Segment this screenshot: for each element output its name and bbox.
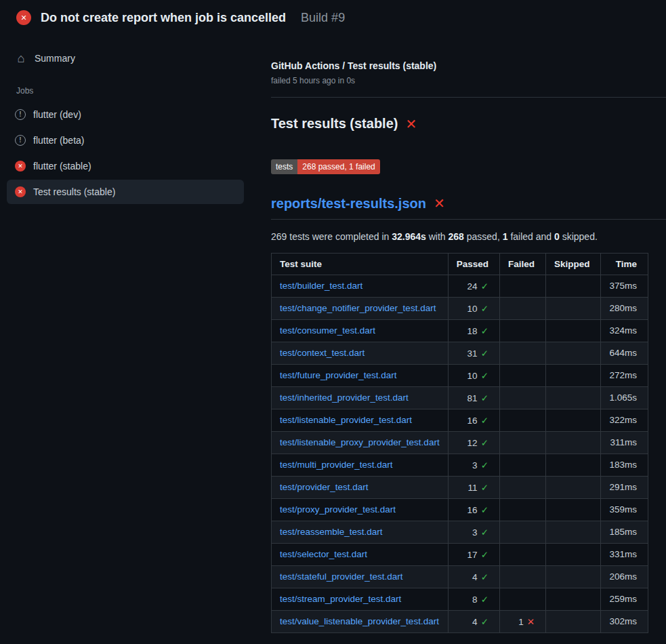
- failed-cell: ✕: [499, 565, 545, 588]
- check-icon: ✓: [481, 527, 488, 538]
- summary-passed-count: 268: [449, 231, 464, 242]
- suite-cell: test/proxy_provider_test.dart: [272, 498, 449, 521]
- check-icon: ✓: [481, 460, 488, 470]
- check-icon: ✓: [481, 617, 488, 627]
- header-divider: [271, 97, 666, 98]
- summary-mid: with: [426, 231, 449, 242]
- table-head-row: Test suitePassedFailedSkippedTime: [272, 253, 648, 275]
- suite-link[interactable]: test/provider_test.dart: [280, 482, 369, 492]
- suite-link[interactable]: test/listenable_provider_test.dart: [280, 415, 412, 425]
- badge-label: tests: [271, 159, 297, 174]
- table-body: test/builder_test.dart 24✓ ✕ 375ms test/…: [272, 275, 648, 632]
- suite-cell: test/listenable_proxy_provider_test.dart: [272, 431, 449, 454]
- table-row: test/stream_provider_test.dart 8✓ ✕ 259m…: [272, 588, 648, 610]
- time-cell: 359ms: [601, 498, 648, 521]
- report-heading: reports/test-results.json ✕: [271, 196, 666, 220]
- suite-cell: test/value_listenable_provider_test.dart: [272, 610, 449, 632]
- passed-cell: 16✓: [448, 409, 499, 431]
- report-link[interactable]: reports/test-results.json: [271, 196, 426, 212]
- suite-link[interactable]: test/value_listenable_provider_test.dart: [280, 616, 439, 626]
- table-row: test/inherited_provider_test.dart 81✓ ✕ …: [272, 386, 648, 409]
- table-row: test/proxy_provider_test.dart 16✓ ✕ 359m…: [272, 498, 648, 521]
- suite-link[interactable]: test/stream_provider_test.dart: [280, 594, 401, 604]
- skipped-cell: [545, 476, 601, 498]
- suite-link[interactable]: test/consumer_test.dart: [280, 325, 375, 336]
- summary-mid: failed and: [508, 231, 555, 242]
- table-row: test/provider_test.dart 11✓ ✕ 291ms: [272, 476, 648, 498]
- skipped-cell: [545, 364, 601, 386]
- summary-text: 269 tests were completed in 32.964s with…: [271, 231, 666, 242]
- sidebar-job-item[interactable]: ! flutter (dev): [7, 102, 244, 127]
- suite-link[interactable]: test/change_notifier_provider_test.dart: [280, 303, 436, 313]
- home-icon: ⌂: [15, 52, 27, 64]
- build-header: ✕ Do not create report when job is cance…: [0, 0, 666, 31]
- suite-link[interactable]: test/selector_test.dart: [280, 549, 367, 559]
- suite-cell: test/stateful_provider_test.dart: [272, 565, 449, 588]
- suite-link[interactable]: test/future_provider_test.dart: [280, 370, 397, 380]
- sidebar-item-summary[interactable]: ⌂ Summary: [7, 45, 244, 71]
- passed-cell: 81✓: [448, 386, 499, 409]
- passed-cell: 12✓: [448, 431, 499, 454]
- failed-cell: ✕: [499, 297, 545, 319]
- suite-link[interactable]: test/multi_provider_test.dart: [280, 460, 393, 470]
- column-header: Passed: [448, 253, 499, 275]
- check-icon: ✓: [481, 416, 488, 426]
- section-heading: Test results (stable) ✕: [271, 116, 666, 132]
- suite-link[interactable]: test/stateful_provider_test.dart: [280, 571, 403, 582]
- skipped-cell: [545, 521, 601, 543]
- skipped-cell: [545, 454, 601, 476]
- suite-link[interactable]: test/reassemble_test.dart: [280, 527, 383, 537]
- suite-link[interactable]: test/inherited_provider_test.dart: [280, 393, 409, 403]
- time-cell: 322ms: [601, 409, 648, 431]
- table-row: test/stateful_provider_test.dart 4✓ ✕ 20…: [272, 565, 648, 588]
- sidebar-job-item[interactable]: ✕ flutter (stable): [7, 154, 244, 178]
- suite-cell: test/change_notifier_provider_test.dart: [272, 297, 449, 319]
- column-header: Skipped: [545, 253, 601, 275]
- column-header: Test suite: [272, 253, 449, 275]
- cross-mark-icon: ✕: [434, 197, 445, 210]
- suite-link[interactable]: test/builder_test.dart: [280, 281, 362, 291]
- summary-label: Summary: [35, 53, 75, 64]
- suite-cell: test/reassemble_test.dart: [272, 521, 449, 543]
- suite-link[interactable]: test/context_test.dart: [280, 348, 365, 358]
- skipped-cell: [545, 297, 601, 319]
- skipped-cell: [545, 543, 601, 565]
- table-row: test/context_test.dart 31✓ ✕ 644ms: [272, 342, 648, 364]
- passed-cell: 17✓: [448, 543, 499, 565]
- failed-cell: ✕: [499, 431, 545, 454]
- suite-cell: test/inherited_provider_test.dart: [272, 386, 449, 409]
- suite-link[interactable]: test/proxy_provider_test.dart: [280, 504, 396, 515]
- cross-icon: ✕: [527, 617, 535, 627]
- passed-cell: 10✓: [448, 364, 499, 386]
- main-content: GitHub Actions / Test results (stable) f…: [271, 31, 666, 633]
- suite-link[interactable]: test/listenable_proxy_provider_test.dart: [280, 437, 440, 447]
- time-cell: 331ms: [601, 543, 648, 565]
- skipped-cell: [545, 498, 601, 521]
- table-row: test/future_provider_test.dart 10✓ ✕ 272…: [272, 364, 648, 386]
- failed-cell: ✕: [499, 386, 545, 409]
- badge-value: 268 passed, 1 failed: [297, 159, 379, 174]
- check-icon: ✓: [481, 371, 488, 381]
- sidebar-job-item[interactable]: ! flutter (beta): [7, 128, 244, 153]
- check-icon: ✓: [481, 348, 488, 359]
- failed-cell: ✕: [499, 476, 545, 498]
- table-row: test/multi_provider_test.dart 3✓ ✕ 183ms: [272, 454, 648, 476]
- skipped-cell: [545, 275, 601, 297]
- table-row: test/value_listenable_provider_test.dart…: [272, 610, 648, 632]
- test-results-table: Test suitePassedFailedSkippedTime test/b…: [271, 253, 648, 633]
- sidebar-job-item[interactable]: ✕ Test results (stable): [7, 180, 244, 204]
- check-icon: ✓: [481, 572, 488, 582]
- time-cell: 1.065s: [601, 386, 648, 409]
- skipped-cell: [545, 588, 601, 610]
- jobs-list: ! flutter (dev) ! flutter (beta) ✕ flutt…: [7, 102, 244, 204]
- time-cell: 375ms: [601, 275, 648, 297]
- job-status-icon: ✕: [15, 161, 26, 172]
- summary-suffix: skipped.: [560, 231, 598, 242]
- summary-mid: passed,: [464, 231, 503, 242]
- passed-cell: 11✓: [448, 476, 499, 498]
- failed-cell: ✕: [499, 364, 545, 386]
- time-cell: 259ms: [601, 588, 648, 610]
- suite-cell: test/context_test.dart: [272, 342, 449, 364]
- time-cell: 185ms: [601, 521, 648, 543]
- suite-cell: test/provider_test.dart: [272, 476, 449, 498]
